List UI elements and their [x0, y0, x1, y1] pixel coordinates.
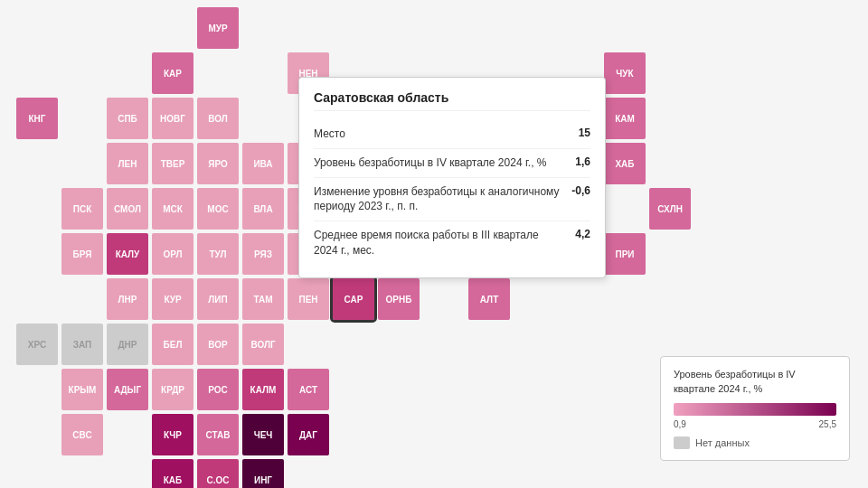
tile-ряз[interactable]: РЯЗ	[242, 233, 284, 275]
tile-крым[interactable]: КРЫМ	[61, 369, 103, 410]
tile-яро[interactable]: ЯРО	[197, 143, 239, 184]
tile-вла[interactable]: ВЛА	[242, 188, 284, 230]
tile-пск[interactable]: ПСК	[61, 188, 103, 230]
legend-max: 25,5	[819, 419, 836, 429]
tile-смол[interactable]: СМОЛ	[107, 188, 148, 230]
tile-орл[interactable]: ОРЛ	[152, 233, 193, 275]
tile-зап[interactable]: ЗАП	[61, 324, 103, 365]
tile-вор[interactable]: ВОР	[197, 324, 239, 365]
tile-тул[interactable]: ТУЛ	[197, 233, 239, 275]
tile-бря[interactable]: БРЯ	[61, 233, 103, 275]
tile-хрс[interactable]: ХРС	[16, 324, 58, 365]
tile-лнр[interactable]: ЛНР	[107, 278, 148, 320]
tile-там[interactable]: ТАМ	[242, 278, 284, 320]
tooltip-row-value: 4,2	[575, 228, 590, 240]
map-container: Саратовская область Место15Уровень безра…	[0, 0, 868, 488]
tile-мск[interactable]: МСК	[152, 188, 193, 230]
tile-даг[interactable]: ДАГ	[288, 414, 329, 455]
tile-чук[interactable]: ЧУК	[604, 52, 646, 94]
tooltip-row: Место15	[314, 120, 590, 149]
tile-при[interactable]: ПРИ	[604, 233, 646, 275]
legend-nodata: Нет данных	[674, 436, 836, 449]
tile-алт[interactable]: АЛТ	[468, 278, 510, 320]
tooltip: Саратовская область Место15Уровень безра…	[298, 77, 606, 278]
tooltip-row-label: Уровень безработицы в IV квартале 2024 г…	[314, 155, 575, 171]
tooltip-row-value: -0,6	[571, 184, 590, 197]
tile-днр[interactable]: ДНР	[107, 324, 148, 365]
tile-мос[interactable]: МОС	[197, 188, 239, 230]
tile-свс[interactable]: СВС	[61, 414, 103, 455]
tile-новг[interactable]: НОВГ	[152, 98, 193, 139]
tooltip-title: Саратовская область	[314, 90, 590, 111]
legend-min: 0,9	[674, 419, 686, 429]
tile-спб[interactable]: СПБ	[107, 98, 148, 139]
tooltip-row-value: 1,6	[575, 155, 590, 168]
tile-бел[interactable]: БЕЛ	[152, 324, 193, 365]
tile-крдр[interactable]: КРДР	[152, 369, 193, 410]
tooltip-row: Уровень безработицы в IV квартале 2024 г…	[314, 149, 590, 178]
tile-сар[interactable]: САР	[333, 278, 374, 320]
tile-орнб[interactable]: ОРНБ	[378, 278, 420, 320]
tile-чеч[interactable]: ЧЕЧ	[242, 414, 284, 455]
tile-инг[interactable]: ИНГ	[242, 459, 284, 488]
tile-адыг[interactable]: АДЫГ	[107, 369, 148, 410]
tile-каб[interactable]: КАБ	[152, 459, 193, 488]
tooltip-row: Среднее время поиска работы в III кварта…	[314, 221, 590, 265]
tile-мур[interactable]: МУР	[197, 7, 239, 49]
tile-кам[interactable]: КАМ	[604, 98, 646, 139]
tile-аст[interactable]: АСТ	[288, 369, 329, 410]
legend-nodata-label: Нет данных	[695, 437, 750, 448]
tile-кур[interactable]: КУР	[152, 278, 193, 320]
tile-волг[interactable]: ВОЛГ	[242, 324, 284, 365]
tile-хаб[interactable]: ХАБ	[604, 143, 646, 184]
legend-gradient	[674, 403, 836, 416]
tile-калм[interactable]: КАЛМ	[242, 369, 284, 410]
tile-калу[interactable]: КАЛУ	[107, 233, 148, 275]
tile-лен[interactable]: ЛЕН	[107, 143, 148, 184]
tile-кнг[interactable]: КНГ	[16, 98, 58, 139]
tile-схлн[interactable]: СХЛН	[649, 188, 691, 230]
tooltip-row-value: 15	[579, 127, 590, 139]
tooltip-row-label: Изменение уровня безработицы к аналогичн…	[314, 184, 571, 215]
legend-nodata-box	[674, 436, 690, 449]
tile-лип[interactable]: ЛИП	[197, 278, 239, 320]
tooltip-row-label: Место	[314, 127, 579, 142]
tile-с.ос[interactable]: С.ОС	[197, 459, 239, 488]
tooltip-row: Изменение уровня безработицы к аналогичн…	[314, 178, 590, 222]
tile-вол[interactable]: ВОЛ	[197, 98, 239, 139]
legend-labels: 0,9 25,5	[674, 419, 836, 429]
tile-кар[interactable]: КАР	[152, 52, 193, 94]
tile-став[interactable]: СТАВ	[197, 414, 239, 455]
tile-ива[interactable]: ИВА	[242, 143, 284, 184]
tile-пен[interactable]: ПЕН	[288, 278, 329, 320]
tooltip-row-label: Среднее время поиска работы в III кварта…	[314, 228, 575, 258]
legend: Уровень безработицы в IV квартале 2024 г…	[660, 356, 850, 461]
tile-рос[interactable]: РОС	[197, 369, 239, 410]
tile-кчр[interactable]: КЧР	[152, 414, 193, 455]
legend-title: Уровень безработицы в IV квартале 2024 г…	[674, 368, 836, 396]
tile-твер[interactable]: ТВЕР	[152, 143, 193, 184]
